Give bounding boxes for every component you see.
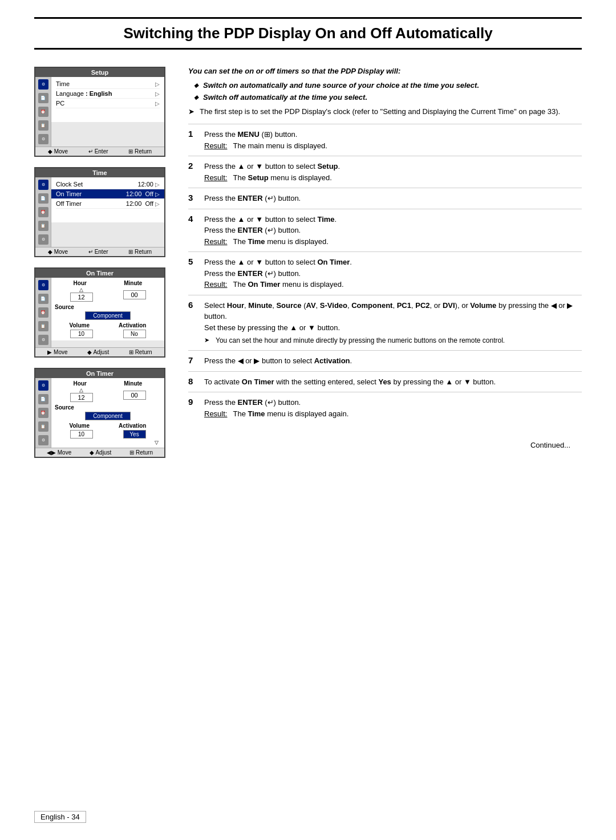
bullet-item-1: Switch on automatically and tune source … — [194, 81, 582, 90]
source-value-1: Component — [85, 311, 131, 320]
step-8-instruction: To activate On Timer with the setting en… — [204, 376, 582, 388]
activation-value-1: No — [123, 330, 146, 338]
step-4: 4 Press the ▲ or ▼ button to select Time… — [188, 209, 582, 252]
screen-sidebar-2: ⚙ 📄 ⏰ 📋 ⚙ — [35, 177, 51, 247]
step-2-result: Result: The Setup menu is displayed. — [204, 172, 582, 184]
step-4-instruction: Press the ▲ or ▼ button to select Time.P… — [204, 214, 582, 236]
step-3-instruction: Press the ENTER (↵) button. — [204, 193, 582, 204]
sidebar-icon-3-5: ⚙ — [38, 335, 48, 345]
volume-label-1: Volume — [70, 322, 90, 328]
screen-body-2: Clock Set 12:00 ▷ On Timer 12:00 Off ▷ O… — [51, 177, 164, 222]
sidebar-icon-4-3: ⏰ — [38, 408, 48, 418]
time-row-clockset: Clock Set 12:00 ▷ — [56, 180, 160, 189]
sidebar-icon-2-4: 📋 — [38, 221, 48, 231]
setup-row-language: Language : English ▷ — [56, 89, 160, 99]
screen-footer-3: ▶ Move ◆ Adjust ⊞ Return — [35, 347, 164, 356]
activation-label-2: Activation — [119, 423, 146, 429]
minute-label-1: Minute — [124, 280, 142, 286]
activation-arrow-down: ▽ — [155, 440, 159, 445]
ontimer-screen-1-title: On Timer — [35, 269, 164, 278]
time-row-offtimer: Off Timer 12:00 Off ▷ — [56, 199, 160, 209]
hour-label-1: Hour — [74, 280, 87, 286]
time-row-ontimer: On Timer 12:00 Off ▷ — [51, 189, 164, 199]
step-7-instruction: Press the ◀ or ▶ button to select Activa… — [204, 355, 582, 367]
right-column: You can set the on or off timers so that… — [188, 67, 582, 458]
sidebar-icon-2-5: ⚙ — [38, 234, 48, 245]
sidebar-icon-4-4: 📋 — [38, 421, 48, 432]
setup-row-time: Time ▷ — [56, 79, 160, 89]
step-9-instruction: Press the ENTER (↵) button. — [204, 397, 582, 408]
sidebar-icon-5: ⚙ — [38, 134, 48, 144]
hour-label-2: Hour — [74, 380, 87, 387]
page-footer: English - 34 — [34, 811, 86, 823]
sidebar-icon-2-2: 📄 — [38, 193, 48, 204]
source-label-1: Source — [55, 304, 161, 310]
intro-text: You can set the on or off timers so that… — [188, 67, 582, 75]
screen-main-4: Hour Minute △ 12 — [51, 378, 164, 448]
volume-value-2: 10 — [70, 430, 93, 439]
step-7: 7 Press the ◀ or ▶ button to select Acti… — [188, 350, 582, 371]
step-6: 6 Select Hour, Minute, Source (AV, S-Vid… — [188, 295, 582, 351]
step-2-instruction: Press the ▲ or ▼ button to select Setup. — [204, 161, 582, 172]
sidebar-icon-2: 📄 — [38, 93, 48, 103]
step-1-instruction: Press the MENU (⊞) button. — [204, 129, 582, 140]
sidebar-icon-4-5: ⚙ — [38, 435, 48, 445]
sidebar-icon-4: 📋 — [38, 120, 48, 131]
screen-sidebar-3: ⚙ 📄 ⏰ 📋 ⚙ — [35, 278, 51, 347]
hour-up-1: △ — [70, 287, 93, 293]
left-column: Setup ⚙ 📄 ⏰ 📋 ⚙ Time ▷ — [34, 67, 171, 458]
screen-footer-1: ◆ Move ↵ Enter ⊞ Return — [35, 147, 164, 156]
sidebar-icon-3-1: ⚙ — [38, 280, 48, 290]
ontimer-screen-1: On Timer ⚙ 📄 ⏰ 📋 ⚙ Hour — [34, 267, 165, 358]
hour-value-2: 12 — [70, 393, 93, 402]
hour-value-1: 12 — [70, 293, 93, 302]
step-6-subnote: You can set the hour and minute directly… — [204, 335, 582, 346]
bullet-item-2: Switch off automatically at the time you… — [194, 93, 582, 102]
page-title: Switching the PDP Display On and Off Aut… — [34, 17, 582, 50]
sidebar-icon-2-3: ⏰ — [38, 207, 48, 217]
sidebar-icon-2-1: ⚙ — [38, 180, 48, 190]
setup-screen-title: Setup — [35, 68, 164, 77]
ontimer-screen-2: On Timer ⚙ 📄 ⏰ 📋 ⚙ Hour — [34, 368, 165, 458]
step-5: 5 Press the ▲ or ▼ button to select On T… — [188, 251, 582, 295]
sidebar-icon-4-1: ⚙ — [38, 380, 48, 391]
step-5-instruction: Press the ▲ or ▼ button to select On Tim… — [204, 257, 582, 279]
page: Switching the PDP Display On and Off Aut… — [0, 0, 616, 840]
screen-main-2: Clock Set 12:00 ▷ On Timer 12:00 Off ▷ O… — [51, 177, 164, 247]
continued-text: Continued... — [188, 441, 582, 449]
screen-main-3: Hour Minute △ 12 — [51, 278, 164, 347]
screen-footer-2: ◆ Move ↵ Enter ⊞ Return — [35, 247, 164, 256]
step-5-result: Result: The On Timer menu is displayed. — [204, 279, 582, 290]
step-8: 8 To activate On Timer with the setting … — [188, 371, 582, 392]
minute-value-1: 00 — [123, 290, 146, 299]
time-screen: Time ⚙ 📄 ⏰ 📋 ⚙ Clock Set 12:00 ▷ — [34, 167, 165, 257]
activation-value-2: Yes — [123, 430, 146, 439]
volume-value-1: 10 — [70, 330, 93, 338]
screen-footer-4: ◀▶ Move ◆ Adjust ⊞ Return — [35, 448, 164, 457]
hour-up-2: △ — [70, 388, 93, 393]
screen-body-1: Time ▷ Language : English ▷ PC ▷ — [51, 77, 164, 122]
step-9-result: Result: The Time menu is displayed again… — [204, 408, 582, 420]
ontimer-screen-2-title: On Timer — [35, 369, 164, 378]
sidebar-icon-3: ⏰ — [38, 107, 48, 117]
source-label-2: Source — [55, 404, 161, 411]
source-value-2: Component — [85, 412, 131, 420]
step-3: 3 Press the ENTER (↵) button. — [188, 188, 582, 209]
step-9: 9 Press the ENTER (↵) button. Result: Th… — [188, 392, 582, 424]
main-content: Setup ⚙ 📄 ⏰ 📋 ⚙ Time ▷ — [34, 67, 582, 458]
steps-container: 1 Press the MENU (⊞) button. Result: The… — [188, 124, 582, 424]
sidebar-icon-3-3: ⏰ — [38, 307, 48, 318]
time-screen-title: Time — [35, 168, 164, 177]
step-1-result: Result: The main menu is displayed. — [204, 140, 582, 152]
minute-value-2: 00 — [123, 391, 146, 400]
minute-label-2: Minute — [124, 380, 142, 387]
sidebar-icon-3-2: 📄 — [38, 294, 48, 304]
screen-main-1: Time ▷ Language : English ▷ PC ▷ — [51, 77, 164, 147]
screen-sidebar-4: ⚙ 📄 ⏰ 📋 ⚙ — [35, 378, 51, 448]
step-6-instruction: Select Hour, Minute, Source (AV, S-Video… — [204, 300, 582, 334]
step-4-result: Result: The Time menu is displayed. — [204, 236, 582, 247]
bullet-list: Switch on automatically and tune source … — [188, 81, 582, 102]
sidebar-icon-4-2: 📄 — [38, 394, 48, 404]
screen-sidebar-1: ⚙ 📄 ⏰ 📋 ⚙ — [35, 77, 51, 147]
volume-label-2: Volume — [70, 423, 90, 429]
